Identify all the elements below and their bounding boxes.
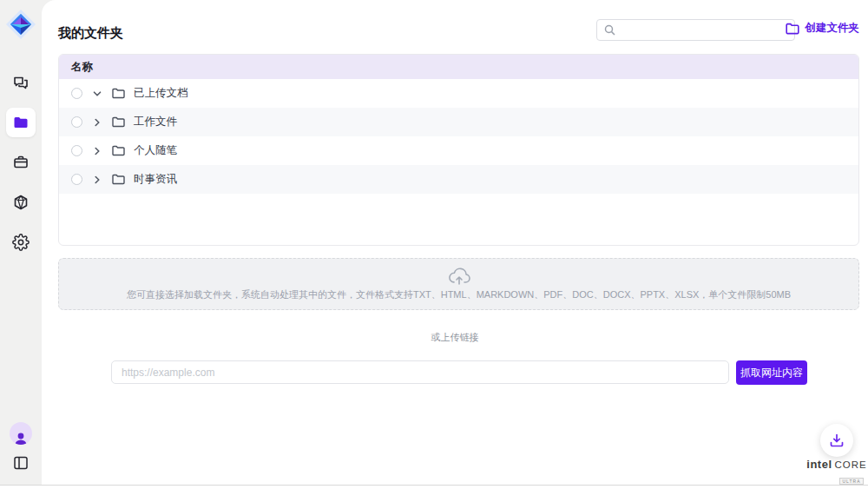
sidebar-nav [6,68,36,257]
intel-core-logo: intel CORE ULTRA [809,458,865,486]
folder-table: 名称 已上传文档 工作文件 个人随笔 [58,54,859,246]
folder-name: 个人随笔 [134,143,177,158]
folder-row[interactable]: 已上传文档 [59,79,858,108]
page-title: 我的文件夹 [58,25,123,42]
folder-outline-icon [112,88,125,99]
table-header: 名称 [59,55,858,79]
folder-plus-icon [786,23,799,35]
row-checkbox[interactable] [71,116,82,128]
fetch-url-button[interactable]: 抓取网址内容 [736,360,807,385]
intel-wordmark: intel [806,458,832,471]
sidebar [0,0,42,483]
intel-ultra-badge: ULTRA [839,478,863,485]
row-checkbox[interactable] [71,88,82,99]
search-icon [604,24,615,36]
cube-icon [12,194,30,211]
create-folder-label: 创建文件夹 [806,21,860,36]
sidebar-item-models[interactable] [6,188,36,217]
folder-outline-icon [112,145,125,156]
folder-outline-icon [112,116,125,128]
chat-icon [12,74,30,91]
intel-core-label: CORE [835,459,867,470]
sidebar-bottom [10,422,32,471]
gear-icon [12,234,30,251]
search-box [596,19,795,41]
briefcase-icon [12,154,30,171]
upload-dropzone[interactable]: 您可直接选择加载文件夹，系统自动处理其中的文件，文件格式支持TXT、HTML、M… [58,258,859,310]
download-fab-button[interactable] [820,424,853,457]
sidebar-item-chat[interactable] [6,68,36,97]
sidebar-item-settings[interactable] [6,228,36,257]
create-folder-button[interactable]: 创建文件夹 [786,21,860,36]
column-name-header: 名称 [71,60,93,75]
folder-icon [12,114,30,131]
collapse-panel-icon[interactable] [13,455,29,471]
url-input[interactable] [111,360,729,384]
url-upload-row: 抓取网址内容 [111,360,807,385]
folder-row[interactable]: 个人随笔 [59,136,858,165]
download-icon [829,433,845,448]
row-checkbox[interactable] [71,145,82,156]
window-bottom-edge [0,485,868,489]
chevron-icon[interactable] [91,175,103,185]
app-logo-icon[interactable] [5,9,36,40]
sidebar-item-workspace[interactable] [6,148,36,177]
or-upload-link-label: 或上传链接 [42,331,868,344]
page-header: 我的文件夹 创建文件夹 [58,21,859,45]
cloud-upload-icon [448,268,470,287]
table-body: 已上传文档 工作文件 个人随笔 时事资讯 [59,79,858,194]
upload-hint-text: 您可直接选择加载文件夹，系统自动处理其中的文件，文件格式支持TXT、HTML、M… [127,288,791,301]
search-input[interactable] [621,24,787,36]
row-checkbox[interactable] [71,174,82,185]
folder-name: 工作文件 [134,115,177,129]
folder-outline-icon [112,174,125,185]
sidebar-item-folders[interactable] [6,108,36,137]
main-panel: 我的文件夹 创建文件夹 名称 [42,0,868,485]
chevron-icon[interactable] [91,146,103,156]
folder-name: 已上传文档 [134,86,188,101]
chevron-icon[interactable] [91,117,103,128]
folder-row[interactable]: 工作文件 [59,108,858,136]
folder-row[interactable]: 时事资讯 [59,165,858,194]
folder-name: 时事资讯 [134,172,177,187]
user-avatar[interactable] [10,422,32,445]
chevron-icon[interactable] [91,89,103,99]
